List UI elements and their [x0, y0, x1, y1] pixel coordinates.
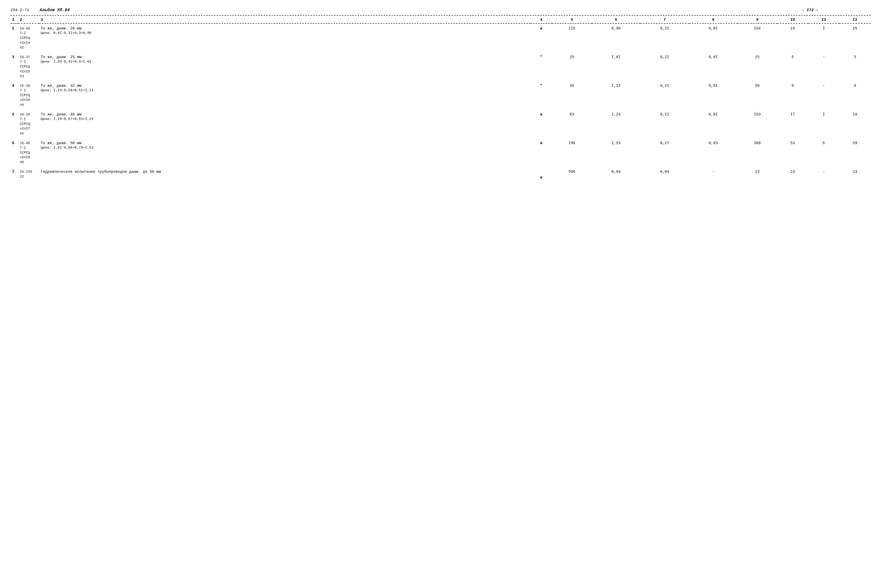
row-c10: 9 — [777, 81, 808, 108]
row-c5: 45 — [552, 81, 592, 108]
col-header-3: 3 — [39, 16, 531, 24]
row-c8: 0,0I — [689, 81, 738, 108]
row-c10: 24 — [777, 24, 808, 51]
row-c8: 0,0I — [689, 24, 738, 51]
row-c6: I,24 — [592, 110, 640, 137]
row-c9: 300 — [738, 138, 777, 165]
col-header-4: 4 — [531, 16, 552, 24]
row-num: 5 — [11, 110, 18, 137]
row-c5: 566 — [552, 167, 592, 180]
row-unit: м — [531, 24, 552, 51]
row-num: 7 — [11, 167, 18, 180]
row-unit: " — [531, 81, 552, 108]
row-c7: 0,2I — [640, 110, 689, 137]
row-c12: 5 — [839, 52, 870, 80]
row-desc: То же, диам. 40 ммЦена: I,29-0,67+0,62=I… — [39, 110, 531, 137]
row-c7: 0,27 — [640, 138, 689, 165]
row-c10: 5 — [777, 52, 808, 80]
row-code: I6-39 7-I ССРСЦ чIпI7 п5 — [18, 110, 39, 137]
top-divider — [11, 15, 870, 16]
col-header-5: 5 — [552, 16, 592, 24]
col-header-7: 7 — [640, 16, 689, 24]
column-header-row: I 2 3 4 5 6 7 8 9 IO II I2 — [11, 16, 870, 24]
header: 294-2-71 Альбом УП.84 - I72 - — [11, 8, 870, 16]
row-c6: I,0I — [592, 52, 640, 80]
row-c9: 23 — [738, 167, 777, 180]
header-album: Альбом УП.84 — [40, 8, 70, 12]
row-c7: 0,2I — [640, 52, 689, 80]
col-header-10: IO — [777, 16, 808, 24]
row-c8: 0,0I — [689, 110, 738, 137]
header-page: - I72 - — [802, 8, 818, 12]
table-row: 3I6-37 7-I ССРСЦ чIпI5 п3То же, диам. 25… — [11, 52, 870, 80]
row-c10: 23 — [777, 167, 808, 180]
col-header-11: II — [808, 16, 839, 24]
row-c6: 0,04 — [592, 167, 640, 180]
row-c5: II5 — [552, 24, 592, 51]
row-code: I6-40 7-2 ССРСЦ чIпI8 п6 — [18, 138, 39, 165]
table-row: 4I6-38 7-I ССРСЦ чIпI6 п4То же, диам. 32… — [11, 81, 870, 108]
header-code: 294-2-71 — [11, 8, 29, 12]
row-code: I6-37 7-I ССРСЦ чIпI5 п3 — [18, 52, 39, 80]
row-num: 6 — [11, 138, 18, 165]
row-code: I6-38 7-I ССРСЦ чIпI6 п4 — [18, 81, 39, 108]
col-header-6: 6 — [592, 16, 640, 24]
row-c11: 6 — [808, 138, 839, 165]
row-c10: 53 — [777, 138, 808, 165]
col-header-2: 2 — [18, 16, 39, 24]
row-desc: То же, диам. 20 ммЦена: 0,9I-0,3I+0,3=0,… — [39, 24, 531, 51]
row-c12: I8 — [839, 110, 870, 137]
row-num: 3 — [11, 52, 18, 80]
row-c11: - — [808, 81, 839, 108]
row-c12: 9 — [839, 81, 870, 108]
main-table: I 2 3 4 5 6 7 8 9 IO II I2 2I6-36 7-I СС… — [11, 16, 870, 180]
col-header-9: 9 — [738, 16, 777, 24]
table-row: 5I6-39 7-I ССРСЦ чIпI7 п5То же, диам. 40… — [11, 110, 870, 137]
row-num: 4 — [11, 81, 18, 108]
row-c11: - — [808, 167, 839, 180]
row-c6: I,II — [592, 81, 640, 108]
row-desc: Гидравлическое испытание трубопроводов д… — [39, 167, 531, 180]
row-c9: 25 — [738, 52, 777, 80]
row-c5: 25 — [552, 52, 592, 80]
row-c12: 59 — [839, 138, 870, 165]
row-unit: м — [531, 138, 552, 165]
row-c7: 0,2I — [640, 81, 689, 108]
row-c6: I,53 — [592, 138, 640, 165]
row-c11: - — [808, 52, 839, 80]
row-desc: То же, диам. 50 ммЦена: I,6I-0,86+0,78=I… — [39, 138, 531, 165]
col-header-1: I — [11, 16, 18, 24]
table-row: 6I6-40 7-2 ССРСЦ чIпI8 п6То же, диам. 50… — [11, 138, 870, 165]
row-desc: То же, диам. 32 ммЦена: I,I4-0,54+0,5I=I… — [39, 81, 531, 108]
table-row: 2I6-36 7-I ССРСЦ чIпI4 п2То же, диам. 20… — [11, 24, 870, 51]
row-c9: 50 — [738, 81, 777, 108]
row-code: I6-2I9 22 — [18, 167, 39, 180]
row-unit: м — [531, 110, 552, 137]
col-header-12: I2 — [839, 16, 870, 24]
row-c8: 0,03 — [689, 138, 738, 165]
row-c7: 0,04 — [640, 167, 689, 180]
row-c9: IO3 — [738, 110, 777, 137]
row-unit: " — [531, 52, 552, 80]
row-c11: I — [808, 110, 839, 137]
row-num: 2 — [11, 24, 18, 51]
row-c8: 0,0I — [689, 52, 738, 80]
row-c7: 0,2I — [640, 24, 689, 51]
row-c11: I — [808, 24, 839, 51]
row-desc: То же, диам. 25 ммЦена: I,03-0,42+0,4=I,… — [39, 52, 531, 80]
row-c12: 25 — [839, 24, 870, 51]
row-c9: IO4 — [738, 24, 777, 51]
row-c6: 0,90 — [592, 24, 640, 51]
table-row: 7I6-2I9 22Гидравлическое испытание трубо… — [11, 167, 870, 180]
row-c5: I96 — [552, 138, 592, 165]
row-code: I6-36 7-I ССРСЦ чIпI4 п2 — [18, 24, 39, 51]
row-unit: м — [531, 167, 552, 180]
col-header-8: 8 — [689, 16, 738, 24]
row-c8: - — [689, 167, 738, 180]
row-c12: 23 — [839, 167, 870, 180]
row-c10: I7 — [777, 110, 808, 137]
row-c5: 83 — [552, 110, 592, 137]
